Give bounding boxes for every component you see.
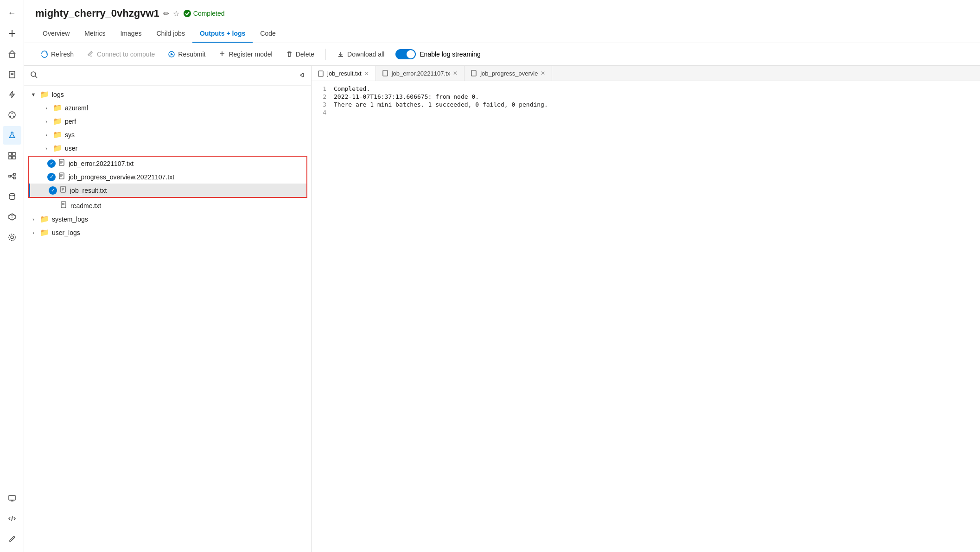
tree-item-system-logs[interactable]: › 📁 system_logs	[24, 212, 311, 226]
log-streaming-toggle[interactable]	[395, 49, 416, 59]
tab-overview[interactable]: Overview	[35, 25, 77, 43]
editor-panel: job_result.txt ✕ job_error.20221107.tx ✕…	[312, 66, 980, 552]
file-icon	[58, 172, 66, 181]
download-all-button[interactable]: Download all	[331, 48, 390, 61]
svg-line-38	[35, 76, 37, 78]
sidebar: ←	[0, 0, 24, 552]
collapse-panel-icon[interactable]	[297, 71, 305, 81]
refresh-label: Refresh	[51, 51, 74, 58]
line-number: 2	[312, 93, 334, 100]
tab-close-icon[interactable]: ✕	[453, 70, 458, 76]
code-line-4: 4	[312, 108, 980, 116]
sidebar-network[interactable]	[3, 106, 21, 124]
svg-rect-17	[13, 177, 15, 179]
code-line-3: 3 There are 1 mini batches. 1 succeeded,…	[312, 101, 980, 108]
completed-icon	[183, 9, 191, 18]
sidebar-connect[interactable]	[3, 228, 21, 247]
svg-point-20	[9, 194, 15, 196]
editor-tab-job-result[interactable]: job_result.txt ✕	[312, 66, 376, 81]
folder-icon: 📁	[53, 144, 62, 152]
tree-item-sys[interactable]: › 📁 sys	[24, 128, 311, 141]
favorite-icon[interactable]: ☆	[173, 9, 179, 18]
main-content: mighty_cherry_0vhzgvw1 ✏ ☆ Completed Ove…	[24, 0, 980, 552]
tree-label: user	[65, 145, 77, 152]
svg-point-9	[13, 116, 14, 117]
sidebar-clipboard[interactable]	[3, 65, 21, 83]
chevron-down-icon: ▼	[30, 91, 37, 98]
refresh-button[interactable]: Refresh	[35, 48, 79, 61]
indent-icon	[50, 202, 57, 209]
sidebar-add[interactable]	[3, 24, 21, 43]
tab-outputs-logs[interactable]: Outputs + logs	[192, 25, 253, 43]
delete-label: Delete	[296, 51, 314, 58]
sidebar-cube[interactable]	[3, 208, 21, 226]
selected-file-job-error[interactable]: ✓ job_error.20221107.txt	[29, 157, 306, 170]
selected-file-job-progress[interactable]: ✓ job_progress_overview.20221107.txt	[29, 170, 306, 184]
editor-tab-job-error[interactable]: job_error.20221107.tx ✕	[376, 66, 465, 81]
chevron-right-icon: ›	[30, 216, 37, 223]
search-icon[interactable]	[30, 70, 38, 81]
sidebar-nodes[interactable]	[3, 167, 21, 185]
tree-label: logs	[52, 91, 64, 98]
download-icon	[337, 51, 344, 58]
delete-button[interactable]: Delete	[280, 48, 320, 61]
tabs: Overview Metrics Images Child jobs Outpu…	[35, 25, 969, 43]
tree-item-azureml[interactable]: › 📁 azureml	[24, 101, 311, 114]
file-label: job_result.txt	[70, 187, 107, 194]
register-model-button[interactable]: Register model	[213, 48, 278, 61]
file-icon	[60, 186, 67, 195]
svg-rect-14	[13, 156, 15, 159]
tree-item-user[interactable]: › 📁 user	[24, 141, 311, 155]
file-icon	[58, 159, 66, 168]
connect-icon	[87, 51, 94, 58]
file-search-bar	[24, 66, 311, 86]
tab-images[interactable]: Images	[113, 25, 149, 43]
folder-icon: 📁	[40, 215, 49, 223]
sidebar-home[interactable]	[3, 44, 21, 63]
folder-icon: 📁	[53, 117, 62, 126]
selected-files-section: ✓ job_error.20221107.txt ✓ job_progr	[28, 156, 307, 198]
tab-metrics[interactable]: Metrics	[77, 25, 113, 43]
tree-item-logs[interactable]: ▼ 📁 logs	[24, 88, 311, 101]
chevron-right-icon: ›	[30, 229, 37, 236]
resubmit-button[interactable]: Resubmit	[162, 48, 211, 61]
tree-item-readme[interactable]: readme.txt	[24, 199, 311, 212]
connect-button[interactable]: Connect to compute	[81, 48, 160, 61]
sidebar-flask[interactable]	[3, 126, 21, 145]
svg-rect-12	[13, 152, 15, 155]
tab-close-icon[interactable]: ✕	[541, 70, 545, 76]
line-number: 4	[312, 109, 334, 116]
sidebar-database[interactable]	[3, 187, 21, 206]
tree-label: user_logs	[52, 229, 80, 236]
register-icon	[218, 51, 226, 58]
file-tree: ▼ 📁 logs › 📁 azureml › 📁 perf	[24, 86, 311, 552]
tab-code[interactable]: Code	[253, 25, 283, 43]
tree-label: system_logs	[52, 216, 88, 223]
edit-title-icon[interactable]: ✏	[163, 9, 169, 18]
sidebar-edit[interactable]	[3, 530, 21, 548]
sidebar-back[interactable]: ←	[3, 4, 21, 22]
chevron-right-icon: ›	[43, 118, 50, 125]
sidebar-grid[interactable]	[3, 146, 21, 165]
svg-rect-55	[318, 71, 323, 76]
svg-rect-26	[9, 495, 15, 500]
sidebar-lightning[interactable]	[3, 85, 21, 104]
tab-child-jobs[interactable]: Child jobs	[149, 25, 192, 43]
chevron-right-icon: ›	[43, 131, 50, 139]
tree-item-perf[interactable]: › 📁 perf	[24, 114, 311, 128]
svg-point-25	[9, 234, 15, 241]
sidebar-computer[interactable]	[3, 489, 21, 508]
tab-close-icon[interactable]: ✕	[364, 70, 369, 77]
tree-item-user-logs[interactable]: › 📁 user_logs	[24, 226, 311, 239]
selected-file-job-result[interactable]: ✓ job_result.txt	[29, 184, 306, 197]
svg-point-37	[31, 72, 36, 76]
sidebar-code[interactable]	[3, 509, 21, 528]
code-line-2: 2 2022-11-07T16:37:13.606675: from node …	[312, 93, 980, 101]
svg-rect-56	[383, 70, 388, 76]
file-icon	[382, 70, 389, 76]
editor-tab-job-progress[interactable]: job_progress_overvie ✕	[465, 66, 552, 81]
line-content: 2022-11-07T16:37:13.606675: from node 0.	[334, 93, 479, 100]
title-row: mighty_cherry_0vhzgvw1 ✏ ☆ Completed	[35, 7, 969, 19]
connect-label: Connect to compute	[97, 51, 155, 58]
file-icon	[60, 201, 68, 210]
